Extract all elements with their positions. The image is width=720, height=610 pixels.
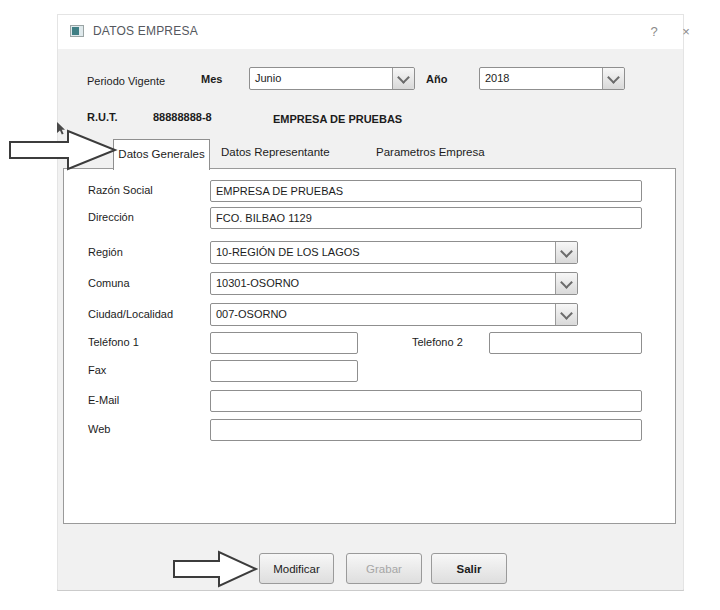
comuna-label: Comuna — [88, 277, 130, 289]
telefono1-label: Teléfono 1 — [88, 336, 139, 348]
ciudad-localidad-value: 007-OSORNO — [216, 308, 287, 320]
fax-label: Fax — [88, 364, 106, 376]
direccion-input[interactable] — [210, 207, 642, 229]
periodo-vigente-label: Periodo Vigente — [87, 75, 165, 87]
chevron-down-icon — [607, 71, 620, 84]
modificar-button[interactable]: Modificar — [259, 553, 334, 584]
comuna-value: 10301-OSORNO — [216, 277, 299, 289]
ciudad-localidad-combobox[interactable]: 007-OSORNO — [210, 303, 578, 326]
direccion-label: Dirección — [88, 211, 134, 223]
region-value: 10-REGIÓN DE LOS LAGOS — [216, 246, 360, 258]
chevron-down-icon — [397, 71, 410, 84]
chevron-down-icon — [560, 307, 573, 320]
ano-value: 2018 — [485, 72, 509, 84]
mes-value: Junio — [255, 72, 281, 84]
mes-label: Mes — [201, 73, 222, 85]
tab-datos-generales[interactable]: Datos Generales — [113, 139, 210, 170]
mes-dropdown-button[interactable] — [392, 68, 414, 89]
salir-button[interactable]: Salir — [431, 553, 507, 584]
ciudad-localidad-label: Ciudad/Localidad — [88, 308, 173, 320]
title-bar[interactable]: DATOS EMPRESA ? × — [58, 15, 683, 49]
help-button[interactable]: ? — [643, 22, 665, 42]
datos-generales-panel: Razón Social Dirección Región 10-REGIÓN … — [63, 168, 676, 524]
rut-label: R.U.T. — [87, 111, 118, 123]
grabar-button: Grabar — [346, 553, 422, 584]
region-dropdown-button[interactable] — [555, 242, 577, 263]
telefono2-input[interactable] — [489, 332, 642, 354]
right-arrow-annotation-modificar — [172, 549, 259, 589]
ciudad-localidad-dropdown-button[interactable] — [555, 304, 577, 325]
fax-input[interactable] — [210, 360, 358, 382]
mouse-cursor — [57, 122, 66, 135]
email-input[interactable] — [210, 390, 642, 412]
chevron-down-icon — [560, 245, 573, 258]
ano-dropdown-button[interactable] — [602, 68, 624, 89]
telefono2-label: Telefono 2 — [412, 336, 463, 348]
mes-combobox[interactable]: Junio — [249, 67, 415, 90]
rut-value: 88888888-8 — [153, 111, 212, 123]
web-label: Web — [88, 423, 110, 435]
ano-combobox[interactable]: 2018 — [479, 67, 625, 90]
window-title: DATOS EMPRESA — [93, 24, 198, 38]
comuna-dropdown-button[interactable] — [555, 273, 577, 294]
razon-social-input[interactable] — [210, 180, 642, 202]
screen: DATOS EMPRESA ? × Periodo Vigente Mes Ju… — [0, 0, 720, 610]
tab-datos-representante[interactable]: Datos Representante — [221, 146, 330, 158]
ano-label: Año — [426, 73, 447, 85]
form-window-icon — [70, 25, 84, 37]
email-label: E-Mail — [88, 394, 119, 406]
region-combobox[interactable]: 10-REGIÓN DE LOS LAGOS — [210, 241, 578, 264]
razon-social-label: Razón Social — [88, 184, 153, 196]
tab-parametros-empresa[interactable]: Parametros Empresa — [376, 146, 485, 158]
region-label: Región — [88, 246, 123, 258]
datos-empresa-dialog: DATOS EMPRESA ? × Periodo Vigente Mes Ju… — [57, 14, 684, 591]
web-input[interactable] — [210, 419, 642, 441]
close-button[interactable]: × — [675, 22, 697, 42]
comuna-combobox[interactable]: 10301-OSORNO — [210, 272, 578, 295]
chevron-down-icon — [560, 276, 573, 289]
telefono1-input[interactable] — [210, 332, 358, 354]
company-name: EMPRESA DE PRUEBAS — [273, 113, 402, 125]
